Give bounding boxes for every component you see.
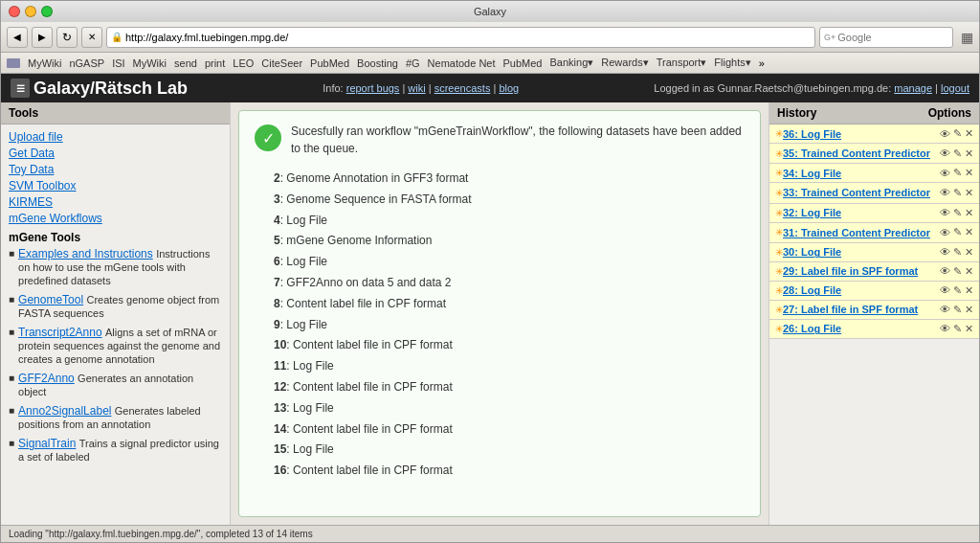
edit-icon-36[interactable]: ✎ bbox=[953, 127, 962, 140]
user-link-logout[interactable]: logout bbox=[941, 82, 969, 94]
history-item-title-27[interactable]: 27: Label file in SPF format bbox=[783, 304, 937, 315]
stop-button[interactable]: ✕ bbox=[81, 27, 102, 48]
bookmark-hashtag-g[interactable]: #G bbox=[406, 57, 420, 69]
sidebar-link-examples[interactable]: Examples and Instructions bbox=[18, 247, 153, 260]
history-item-title-35[interactable]: 35: Trained Content Predictor bbox=[783, 147, 937, 160]
sidebar-link-toydata[interactable]: Toy Data bbox=[9, 163, 222, 176]
user-link-manage[interactable]: manage bbox=[894, 82, 932, 94]
galaxy-header: ☰ Galaxy/Rätsch Lab Info: report bugs | … bbox=[1, 74, 979, 102]
sidebar-item-genometool: ■ GenomeTool Creates genome object from … bbox=[9, 293, 222, 320]
history-item-title-30[interactable]: 30: Log File bbox=[783, 246, 937, 258]
eye-icon-30[interactable]: 👁 bbox=[940, 246, 950, 258]
info-link-bugs[interactable]: report bugs bbox=[346, 82, 400, 94]
bookmark-print[interactable]: print bbox=[205, 57, 225, 69]
delete-icon-30[interactable]: ✕ bbox=[965, 246, 973, 259]
sidebar-section-mgene-tools: mGene Tools bbox=[9, 231, 222, 244]
sidebar-link-kirmes[interactable]: KIRMES bbox=[9, 195, 222, 209]
eye-icon-33[interactable]: 👁 bbox=[940, 187, 950, 198]
delete-icon-33[interactable]: ✕ bbox=[965, 187, 973, 199]
delete-icon-34[interactable]: ✕ bbox=[965, 167, 973, 179]
history-item-title-28[interactable]: 28: Log File bbox=[783, 284, 937, 296]
bookmark-leo[interactable]: LEO bbox=[233, 57, 254, 69]
bookmark-banking[interactable]: Banking▾ bbox=[550, 57, 594, 69]
eye-icon-27[interactable]: 👁 bbox=[940, 304, 950, 315]
history-item-title-29[interactable]: 29: Label file in SPF format bbox=[783, 265, 937, 277]
bookmark-boosting[interactable]: Boosting bbox=[357, 57, 398, 69]
eye-icon-32[interactable]: 👁 bbox=[940, 207, 950, 218]
edit-icon-34[interactable]: ✎ bbox=[953, 167, 962, 179]
delete-icon-27[interactable]: ✕ bbox=[965, 304, 973, 316]
edit-icon-28[interactable]: ✎ bbox=[953, 284, 962, 297]
sidebar-link-genometool[interactable]: GenomeTool bbox=[18, 293, 83, 306]
bookmark-transport[interactable]: Transport▾ bbox=[657, 57, 707, 69]
history-item-title-32[interactable]: 32: Log File bbox=[783, 207, 937, 218]
edit-icon-26[interactable]: ✎ bbox=[953, 323, 962, 335]
bookmark-mywiki2[interactable]: MyWiki bbox=[133, 57, 167, 69]
history-item-title-33[interactable]: 33: Trained Content Predictor bbox=[783, 186, 937, 199]
minimize-button[interactable] bbox=[25, 6, 36, 17]
delete-icon-28[interactable]: ✕ bbox=[965, 284, 973, 297]
eye-icon-28[interactable]: 👁 bbox=[940, 284, 950, 296]
bookmark-citeseer[interactable]: CiteSeer bbox=[261, 57, 302, 69]
edit-icon-27[interactable]: ✎ bbox=[953, 304, 962, 316]
edit-icon-29[interactable]: ✎ bbox=[953, 265, 962, 278]
bookmark-nematode[interactable]: Nematode Net bbox=[428, 57, 496, 69]
sidebar-link-upload[interactable]: Upload file bbox=[9, 130, 222, 144]
search-input[interactable] bbox=[837, 32, 952, 43]
extensions-icon[interactable]: ▦ bbox=[961, 30, 973, 45]
delete-icon-29[interactable]: ✕ bbox=[965, 265, 973, 278]
close-button[interactable] bbox=[9, 6, 20, 17]
edit-icon-30[interactable]: ✎ bbox=[953, 246, 962, 259]
status-bar: Loading "http://galaxy.fml.tuebingen.mpg… bbox=[1, 525, 979, 542]
bookmark-send[interactable]: send bbox=[174, 57, 197, 69]
sidebar-link-mgene-workflows[interactable]: mGene Workflows bbox=[9, 212, 222, 225]
history-options-button[interactable]: Options bbox=[928, 106, 971, 120]
spinner-icon-35: ✳ bbox=[775, 148, 783, 159]
url-input[interactable] bbox=[125, 32, 811, 43]
eye-icon-29[interactable]: 👁 bbox=[940, 265, 950, 277]
window-controls[interactable] bbox=[9, 6, 53, 17]
eye-icon-35[interactable]: 👁 bbox=[940, 147, 950, 159]
info-link-blog[interactable]: blog bbox=[499, 82, 519, 94]
edit-icon-31[interactable]: ✎ bbox=[953, 226, 962, 238]
sidebar-link-gff2anno[interactable]: GFF2Anno bbox=[18, 372, 75, 385]
bookmark-ngasp[interactable]: nGASP bbox=[69, 57, 104, 69]
delete-icon-26[interactable]: ✕ bbox=[965, 323, 973, 335]
history-item-title-34[interactable]: 34: Log File bbox=[783, 168, 937, 179]
info-link-wiki[interactable]: wiki bbox=[408, 82, 425, 94]
maximize-button[interactable] bbox=[41, 6, 53, 17]
sidebar-link-anno2signallabel[interactable]: Anno2SignalLabel bbox=[18, 404, 111, 418]
delete-icon-36[interactable]: ✕ bbox=[965, 127, 973, 140]
bookmark-rewards[interactable]: Rewards▾ bbox=[601, 57, 648, 69]
sidebar-link-getdata[interactable]: Get Data bbox=[9, 147, 222, 160]
history-item-title-31[interactable]: 31: Trained Content Predictor bbox=[783, 226, 937, 239]
sidebar-link-svm[interactable]: SVM Toolbox bbox=[9, 179, 222, 192]
delete-icon-35[interactable]: ✕ bbox=[965, 147, 973, 160]
sidebar-link-transcript2anno[interactable]: Transcript2Anno bbox=[18, 326, 102, 339]
edit-icon-33[interactable]: ✎ bbox=[953, 187, 962, 199]
history-item-title-36[interactable]: 36: Log File bbox=[783, 128, 937, 140]
sidebar-link-signaltrain[interactable]: SignalTrain bbox=[18, 437, 76, 450]
delete-icon-31[interactable]: ✕ bbox=[965, 226, 973, 238]
history-item-title-26[interactable]: 26: Log File bbox=[783, 323, 937, 334]
edit-icon-35[interactable]: ✎ bbox=[953, 147, 962, 160]
forward-button[interactable]: ▶ bbox=[32, 27, 53, 48]
refresh-button[interactable]: ↻ bbox=[56, 27, 78, 48]
eye-icon-36[interactable]: 👁 bbox=[940, 128, 950, 140]
bookmark-flights[interactable]: Flights▾ bbox=[714, 57, 750, 69]
bookmark-isi[interactable]: ISI bbox=[112, 57, 124, 69]
edit-icon-32[interactable]: ✎ bbox=[953, 207, 962, 219]
user-label: Logged in as Gunnar.Raetsch@tuebingen.mp… bbox=[654, 82, 891, 94]
bookmark-pubmed[interactable]: PubMed bbox=[310, 57, 349, 69]
eye-icon-31[interactable]: 👁 bbox=[940, 227, 950, 238]
bookmark-mywiki[interactable]: MyWiki bbox=[28, 57, 61, 69]
bookmarks-more[interactable]: » bbox=[759, 57, 765, 69]
info-link-screencasts[interactable]: screencasts bbox=[434, 82, 491, 94]
eye-icon-26[interactable]: 👁 bbox=[940, 323, 950, 334]
bookmark-pubmed2[interactable]: PubMed bbox=[503, 57, 543, 69]
back-button[interactable]: ◀ bbox=[7, 27, 28, 48]
url-bar[interactable]: 🔒 bbox=[106, 27, 815, 48]
search-bar[interactable]: G+ bbox=[819, 27, 953, 48]
eye-icon-34[interactable]: 👁 bbox=[940, 168, 950, 179]
delete-icon-32[interactable]: ✕ bbox=[965, 207, 973, 219]
